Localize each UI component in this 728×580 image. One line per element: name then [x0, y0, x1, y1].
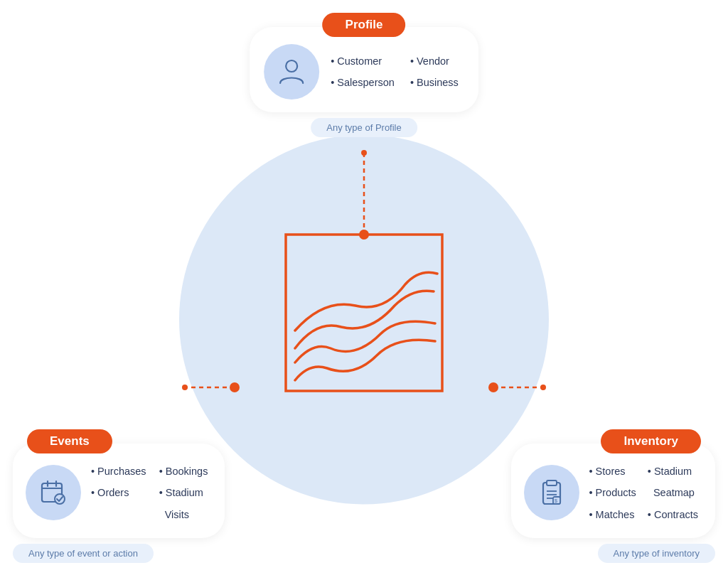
profile-icon-circle [264, 44, 319, 100]
inventory-item-stadium-seatmap: • Stadium Seatmap [648, 461, 698, 504]
profile-item-vendor: • Vendor [410, 50, 459, 72]
inventory-item-stores: • Stores [589, 461, 636, 482]
profile-item-customer: • Customer [331, 50, 395, 72]
main-canvas: { "profile": { "badge": "Profile", "item… [0, 0, 728, 580]
inventory-badge: Inventory [601, 429, 701, 453]
calendar-icon [38, 477, 69, 508]
events-item-bookings: • Bookings [159, 461, 208, 482]
inventory-sub-label: Any type of inventory [598, 544, 715, 563]
profile-items: • Customer • Salesperson • Vendor • Busi… [331, 50, 459, 94]
events-badge: Events [27, 429, 112, 453]
events-item-orders: • Orders [91, 482, 146, 503]
events-items: • Purchases • Orders • Bookings • Stadiu… [91, 461, 208, 525]
profile-col2: • Vendor • Business [410, 50, 459, 94]
inventory-card: $ • Stores • Products • Matches • Stadiu… [511, 444, 715, 538]
inventory-item-products: • Products [589, 482, 636, 503]
inventory-col2: • Stadium Seatmap • Contracts [648, 461, 698, 525]
inventory-icon-circle: $ [524, 465, 579, 520]
profile-section: Profile • Customer • Salesperson • Vendo… [250, 13, 478, 137]
svg-text:$: $ [555, 498, 557, 503]
events-item-purchases: • Purchases [91, 461, 146, 482]
events-col1: • Purchases • Orders [91, 461, 146, 525]
svg-point-8 [540, 385, 546, 390]
clipboard-icon: $ [536, 477, 567, 508]
events-section: Events • Purchases • Orders [13, 429, 225, 563]
person-icon [276, 56, 307, 87]
events-item-stadium-visits: • Stadium Visits [159, 482, 208, 525]
inventory-section: Inventory $ • Stores • Products [511, 429, 715, 563]
inventory-item-contracts: • Contracts [648, 504, 698, 525]
profile-col1: • Customer • Salesperson [331, 50, 395, 94]
inventory-item-matches: • Matches [589, 504, 636, 525]
profile-item-business: • Business [410, 72, 459, 93]
events-sub-label: Any type of event or action [13, 544, 154, 563]
svg-point-5 [182, 385, 188, 390]
events-col2: • Bookings • Stadium Visits [159, 461, 208, 525]
profile-card: • Customer • Salesperson • Vendor • Busi… [250, 27, 478, 112]
profile-badge: Profile [323, 13, 406, 37]
center-circle [179, 135, 549, 505]
events-icon-circle [26, 465, 81, 520]
inventory-items: • Stores • Products • Matches • Stadium … [589, 461, 698, 525]
svg-rect-17 [547, 480, 557, 485]
svg-point-10 [286, 60, 297, 72]
events-card: • Purchases • Orders • Bookings • Stadiu… [13, 444, 225, 538]
inventory-col1: • Stores • Products • Matches [589, 461, 636, 525]
profile-item-salesperson: • Salesperson [331, 72, 395, 93]
profile-sub-label: Any type of Profile [311, 118, 417, 137]
